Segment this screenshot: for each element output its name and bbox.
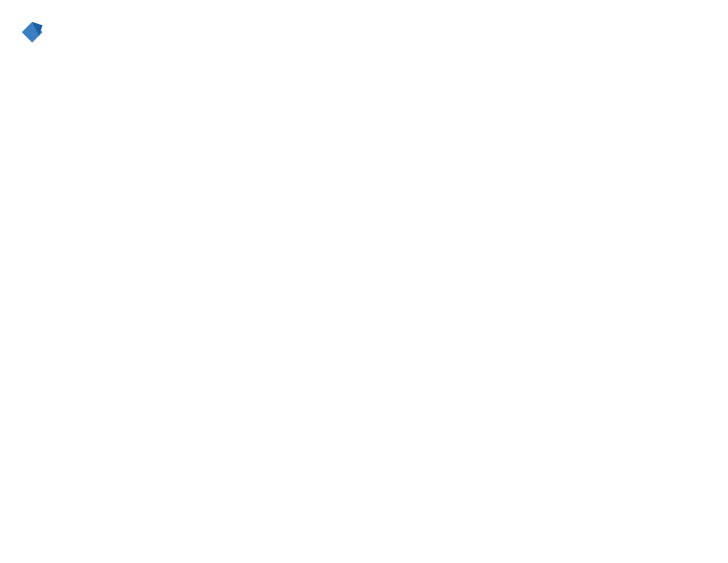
logo [18, 18, 50, 46]
page-header [18, 18, 710, 46]
logo-icon [18, 18, 46, 46]
